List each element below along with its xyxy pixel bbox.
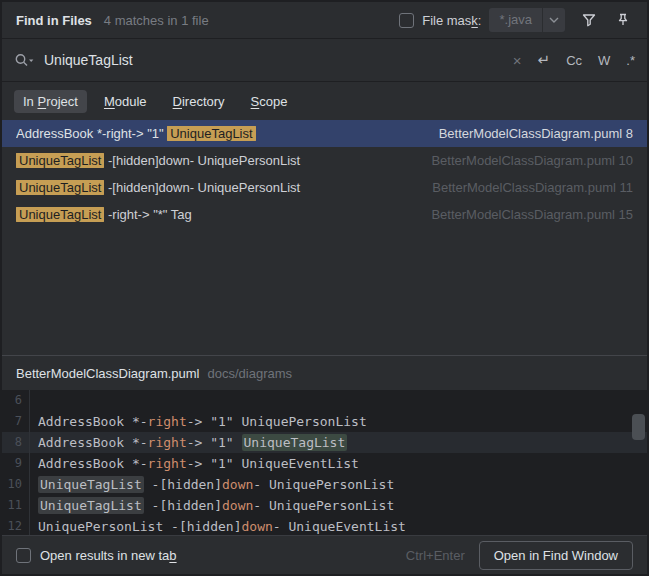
match-highlight: UniqueTagList (167, 126, 255, 141)
file-reference: BetterModelClassDiagram.puml 15 (431, 207, 633, 222)
match-highlight: UniqueTagList (16, 153, 104, 168)
clear-search-button[interactable]: × (513, 52, 522, 69)
pin-icon (615, 12, 631, 28)
tab-directory[interactable]: Directory (164, 90, 234, 113)
result-text: UniqueTagList -[hidden]down- UniquePerso… (16, 153, 415, 168)
tab-module[interactable]: Module (95, 90, 156, 113)
search-field: × ↵ Cc W .* (2, 38, 647, 82)
code-line-current: 8 AddressBook *-right-> "1" UniqueTagLis… (2, 432, 647, 453)
header-bar: Find in Files 4 matches in 1 file File m… (2, 2, 647, 38)
file-reference: BetterModelClassDiagram.puml 11 (432, 180, 633, 195)
match-highlight: UniqueTagList (16, 180, 104, 195)
line-number: 12 (2, 516, 30, 535)
preview-file-path: docs/diagrams (208, 366, 293, 381)
results-empty-space (2, 228, 647, 355)
open-in-find-window-button[interactable]: Open in Find Window (479, 541, 633, 570)
file-mask-value: *.java (489, 8, 542, 32)
editor-match-highlight: UniqueTagList (38, 497, 144, 514)
words-toggle[interactable]: W (598, 53, 610, 68)
tab-in-project[interactable]: In Project (14, 90, 87, 113)
pin-button[interactable] (613, 10, 633, 30)
dialog-title: Find in Files (16, 13, 92, 28)
code-line: 7 AddressBook *-right-> "1" UniquePerson… (2, 411, 647, 432)
preview-header: BetterModelClassDiagram.puml docs/diagra… (2, 356, 647, 390)
file-mask-checkbox[interactable] (399, 13, 414, 28)
editor-match-highlight: UniqueTagList (38, 476, 144, 493)
filter-icon (581, 12, 597, 28)
find-in-files-dialog: Find in Files 4 matches in 1 file File m… (0, 0, 649, 576)
code-line: 10 UniqueTagList -[hidden]down- UniquePe… (2, 474, 647, 495)
file-mask-label: File mask: (422, 13, 481, 28)
shortcut-hint: Ctrl+Enter (406, 548, 465, 563)
line-number: 11 (2, 495, 30, 516)
file-mask-dropdown-button[interactable] (543, 8, 565, 32)
search-history-chevron-icon (29, 60, 33, 63)
code-editor[interactable]: 6 7 AddressBook *-right-> "1" UniquePers… (2, 390, 647, 535)
newline-button[interactable]: ↵ (538, 51, 551, 69)
line-number: 9 (2, 453, 30, 474)
result-row[interactable]: UniqueTagList -right-> "*" Tag BetterMod… (2, 201, 647, 228)
line-number: 8 (2, 432, 30, 453)
filter-button[interactable] (579, 10, 599, 30)
line-number: 7 (2, 411, 30, 432)
scrollbar-thumb[interactable] (632, 414, 645, 440)
footer-bar: Open results in new tab Ctrl+Enter Open … (2, 535, 647, 574)
chevron-down-icon (549, 17, 559, 23)
result-text: UniqueTagList -[hidden]down- UniquePerso… (16, 180, 416, 195)
result-text: UniqueTagList -right-> "*" Tag (16, 207, 415, 222)
tab-scope[interactable]: Scope (242, 90, 297, 113)
editor-match-highlight: UniqueTagList (242, 434, 348, 451)
open-results-label: Open results in new tab (40, 548, 177, 563)
line-number: 6 (2, 390, 30, 411)
result-text: AddressBook *-right-> "1" UniqueTagList (16, 126, 423, 141)
match-case-toggle[interactable]: Cc (566, 53, 582, 68)
open-results-checkbox[interactable] (16, 548, 31, 563)
result-row[interactable]: UniqueTagList -[hidden]down- UniquePerso… (2, 174, 647, 201)
search-input[interactable] (44, 52, 497, 68)
results-list: AddressBook *-right-> "1" UniqueTagList … (2, 120, 647, 228)
code-line: 6 (2, 390, 647, 411)
file-reference: BetterModelClassDiagram.puml 10 (431, 153, 633, 168)
preview-file-name: BetterModelClassDiagram.puml (16, 366, 200, 381)
match-summary: 4 matches in 1 file (104, 13, 209, 28)
result-row[interactable]: AddressBook *-right-> "1" UniqueTagList … (2, 120, 647, 147)
result-row[interactable]: UniqueTagList -[hidden]down- UniquePerso… (2, 147, 647, 174)
regex-toggle[interactable]: .* (626, 53, 635, 68)
file-reference: BetterModelClassDiagram.puml 8 (439, 126, 633, 141)
scope-tabs: In Project Module Directory Scope (2, 82, 647, 120)
line-number: 10 (2, 474, 30, 495)
code-line: 12 UniquePersonList -[hidden]down- Uniqu… (2, 516, 647, 535)
code-line: 9 AddressBook *-right-> "1" UniqueEventL… (2, 453, 647, 474)
search-icon[interactable] (14, 52, 36, 68)
file-mask-combobox[interactable]: *.java (489, 8, 565, 32)
match-highlight: UniqueTagList (16, 207, 104, 222)
code-line: 11 UniqueTagList -[hidden]down- UniquePe… (2, 495, 647, 516)
